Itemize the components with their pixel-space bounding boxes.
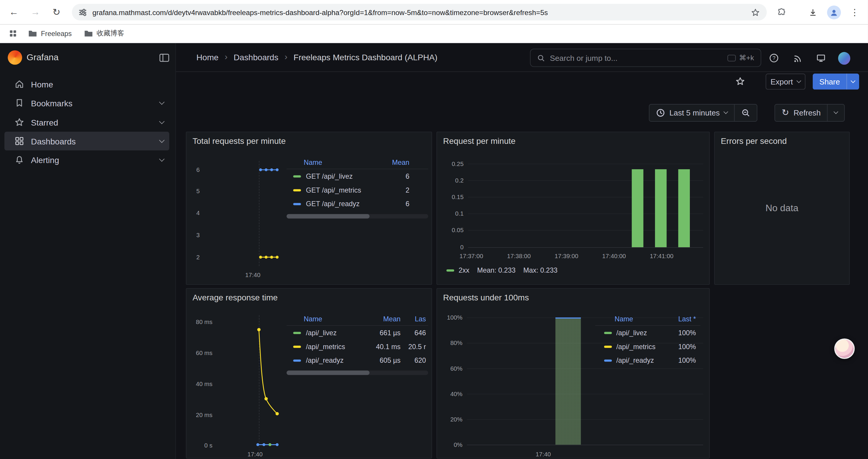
series-color-livez — [293, 332, 301, 334]
series-last: 20.5 r — [401, 342, 428, 350]
sidebar-item-home[interactable]: Home — [4, 75, 169, 94]
bell-icon — [14, 155, 25, 165]
chevron-down-icon[interactable] — [159, 156, 164, 162]
legend-scrollbar-thumb[interactable] — [286, 214, 370, 219]
panel-total-requests: Total requests per minute 6 5 4 3 2 17:4… — [186, 132, 432, 285]
time-range-picker[interactable]: Last 5 minutes — [649, 104, 734, 121]
series-name[interactable]: /api/_metrics — [306, 342, 345, 350]
series-mean: 6 — [378, 172, 409, 180]
refresh-controls: ↻ Refresh — [775, 104, 845, 122]
series-name[interactable]: GET /api/_livez — [306, 172, 352, 180]
floating-assistant-avatar[interactable] — [834, 338, 855, 359]
series-name[interactable]: /api/_livez — [616, 329, 647, 336]
legend-col-mean[interactable]: Mean — [378, 158, 409, 166]
legend-table: Name Mean Las /api/_livez 661 µs 646 /ap… — [286, 313, 428, 367]
browser-toolbar: ← → ↻ grafana.mathmast.com/d/deytv4rwava… — [0, 0, 868, 24]
zoom-out-button[interactable] — [734, 104, 757, 121]
y-tick: 0 — [441, 244, 464, 251]
series-name[interactable]: /api/_metrics — [616, 342, 656, 350]
legend-scrollbar-thumb[interactable] — [286, 371, 370, 375]
export-button[interactable]: Export — [766, 73, 806, 90]
refresh-interval-caret[interactable] — [827, 104, 844, 121]
breadcrumb-dashboards[interactable]: Dashboards — [234, 52, 278, 62]
y-tick: 6 — [189, 167, 200, 174]
y-tick: 4 — [189, 210, 200, 217]
grafana-app: Grafana Home Bookmarks Starred Dashboard… — [0, 43, 868, 459]
grafana-logo[interactable] — [8, 50, 22, 65]
bookmark-freeleaps[interactable]: Freeleaps — [25, 28, 75, 40]
y-tick: 100% — [440, 314, 463, 321]
y-tick: 80% — [440, 340, 463, 347]
series-name[interactable]: /api/_readyz — [616, 357, 654, 364]
legend-col-name[interactable]: Name — [286, 158, 322, 166]
panel-request-per-minute: Request per minute 0.25 0.2 0.15 0.1 0.0… — [436, 132, 710, 285]
percent-bar — [555, 318, 581, 445]
dock-menu-icon[interactable] — [159, 53, 169, 65]
series-name[interactable]: GET /api/_metrics — [306, 186, 361, 194]
y-tick: 5 — [189, 188, 200, 195]
series-name[interactable]: /api/_livez — [306, 329, 337, 336]
url-bar[interactable]: grafana.mathmast.com/d/deytv4rwavabkb/fr… — [72, 4, 767, 21]
timeseries-chart — [209, 315, 286, 451]
search-input[interactable] — [550, 54, 722, 62]
x-tick: 17:41:00 — [646, 253, 677, 260]
chevron-down-icon[interactable] — [159, 137, 164, 143]
bookmark-star-icon[interactable] — [751, 7, 760, 17]
legend-header: Name Mean Las — [286, 313, 428, 326]
series-name[interactable]: /api/_readyz — [306, 357, 344, 364]
series-color-livez — [604, 332, 612, 334]
series-name[interactable]: 2xx — [459, 267, 469, 274]
site-info-icon[interactable] — [79, 8, 87, 16]
url-text[interactable]: grafana.mathmast.com/d/deytv4rwavabkb/fr… — [92, 8, 745, 16]
panel-errors-per-second: Errors per second No data — [714, 132, 850, 285]
breadcrumb-home[interactable]: Home — [196, 52, 219, 62]
x-tick: 17:39:00 — [551, 253, 582, 260]
profile-avatar[interactable] — [827, 5, 841, 20]
panel-title[interactable]: Requests under 100ms — [443, 293, 529, 302]
sidebar-item-dashboards[interactable]: Dashboards — [4, 132, 169, 151]
sidebar-item-starred[interactable]: Starred — [4, 113, 169, 132]
kiosk-monitor-icon[interactable] — [815, 52, 827, 64]
panel-title[interactable]: Request per minute — [443, 136, 516, 145]
refresh-icon: ↻ — [782, 108, 789, 117]
menu-kebab-icon[interactable]: ⋮ — [848, 5, 862, 20]
sidebar-item-bookmarks[interactable]: Bookmarks — [4, 93, 169, 112]
user-avatar[interactable] — [838, 52, 850, 64]
folder-icon — [28, 30, 37, 37]
series-name[interactable]: GET /api/_readyz — [306, 200, 360, 208]
legend-col-name[interactable]: Name — [595, 315, 633, 323]
apps-grid-icon[interactable] — [9, 29, 17, 37]
favorite-star-icon[interactable] — [735, 76, 745, 88]
time-controls: Last 5 minutes — [649, 104, 757, 122]
extensions-puzzle-icon[interactable] — [774, 5, 788, 20]
legend-header: Name Mean — [286, 156, 428, 169]
bookmark-blog[interactable]: 收藏博客 — [81, 27, 128, 40]
legend-row: /api/_readyz 100% — [595, 354, 701, 367]
legend-inline: 2xx Mean: 0.233 Max: 0.233 — [446, 267, 557, 274]
search-box[interactable]: ⌘+k — [530, 49, 761, 67]
news-rss-icon[interactable] — [791, 52, 803, 64]
legend-col-last[interactable]: Last * — [678, 315, 701, 323]
panel-title[interactable]: Average response time — [193, 293, 278, 302]
chevron-down-icon[interactable] — [159, 119, 164, 124]
share-button-label[interactable]: Share — [813, 73, 847, 90]
legend-col-name[interactable]: Name — [286, 315, 322, 323]
share-caret[interactable] — [847, 73, 860, 90]
back-button[interactable]: ← — [6, 5, 21, 20]
download-icon[interactable] — [805, 5, 820, 20]
share-button[interactable]: Share — [813, 73, 860, 90]
panel-title[interactable]: Total requests per minute — [193, 136, 286, 145]
legend-row: /api/_livez 100% — [595, 326, 701, 340]
zoom-out-icon — [741, 108, 750, 117]
refresh-button[interactable]: ↻ Refresh — [775, 104, 827, 121]
chevron-down-icon[interactable] — [159, 99, 164, 104]
help-icon[interactable]: ? — [768, 52, 780, 64]
series-last: 100% — [678, 329, 701, 336]
legend-col-mean[interactable]: Mean — [362, 315, 401, 323]
bookmark-icon — [14, 98, 25, 108]
legend-col-last[interactable]: Las — [401, 315, 428, 323]
forward-button[interactable]: → — [28, 5, 42, 20]
sidebar-item-alerting[interactable]: Alerting — [4, 150, 169, 169]
reload-button[interactable]: ↻ — [49, 5, 64, 20]
y-tick: 3 — [189, 232, 200, 239]
